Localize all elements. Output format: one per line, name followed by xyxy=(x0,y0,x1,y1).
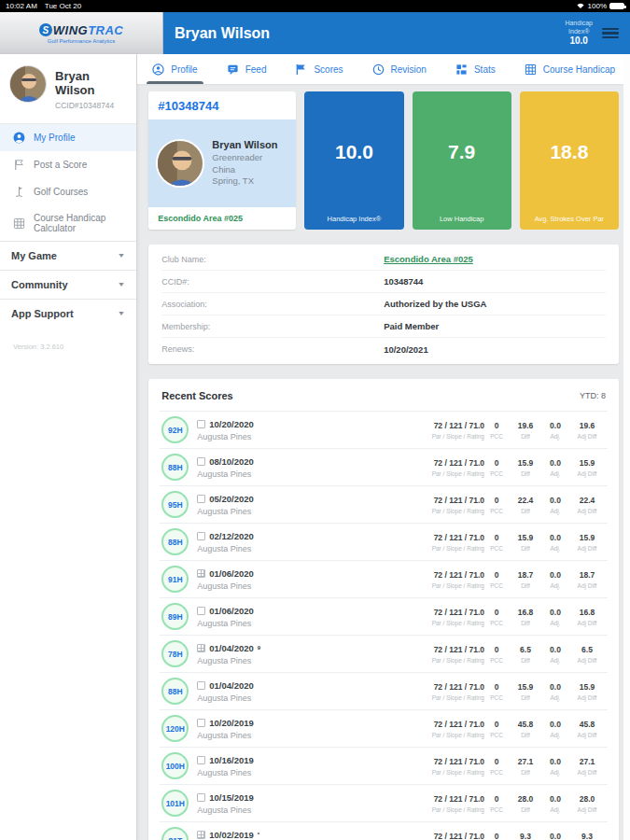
score-date: 01/06/2020 xyxy=(209,606,254,616)
score-checkbox-icon[interactable] xyxy=(197,793,205,802)
logo-tagline: Golf Performance Analytics xyxy=(48,38,115,44)
battery-percent: 100% xyxy=(588,2,607,10)
app-version: Version: 3.2.610 xyxy=(0,328,136,366)
score-stats: 72 / 121 / 71.0Par / Slope / Rating 0PCC… xyxy=(406,421,606,440)
menu-icon[interactable] xyxy=(602,28,619,39)
score-badge: 100H xyxy=(161,752,189,779)
chevron-down-icon: ▼ xyxy=(117,252,125,259)
tab-revision[interactable]: Revision xyxy=(371,54,428,84)
tab-stats[interactable]: Stats xyxy=(454,54,497,84)
flag-icon xyxy=(13,159,25,171)
score-stats: 72 / 121 / 71.0Par / Slope / Rating 0PCC… xyxy=(406,720,606,738)
status-date: Tue Oct 20 xyxy=(45,2,81,10)
status-bar: 10:02 AM Tue Oct 20 100% xyxy=(0,0,630,12)
score-course: Augusta Pines xyxy=(197,768,254,777)
chevron-down-icon: ▼ xyxy=(117,281,125,288)
score-stats: 72 / 121 / 71.0Par / Slope / Rating 0PCC… xyxy=(406,645,606,664)
score-row[interactable]: 88H 08/10/2020 Augusta Pines 72 / 121 / … xyxy=(160,449,608,486)
avg-strokes-card: 18.8 Avg. Strokes Over Par xyxy=(520,91,619,230)
score-grid-icon[interactable] xyxy=(197,831,205,839)
header-handicap-index: Handicap Index® 10.0 xyxy=(565,20,593,47)
tab-feed[interactable]: Feed xyxy=(225,54,269,84)
low-handicap-card: 7.9 Low Handicap xyxy=(413,91,511,230)
swingtrac-logo-icon: S xyxy=(39,23,52,36)
sidebar-item-course-handicap-calculator[interactable]: Course Handicap Calculator xyxy=(0,205,136,241)
score-checkbox-icon[interactable] xyxy=(197,495,205,503)
profile-icon xyxy=(152,63,164,76)
detail-row-association: Association: Authorized by the USGA xyxy=(161,293,606,315)
score-grid-icon[interactable] xyxy=(197,569,205,578)
header-bar: Bryan Wilson Handicap Index® 10.0 xyxy=(163,12,630,54)
chat-icon xyxy=(227,63,239,76)
club-details-card: Club Name: Escondido Area #025 CCID#: 10… xyxy=(148,245,619,364)
grid-icon xyxy=(525,63,537,76)
handicap-index-card: 10.0 Handicap Index® xyxy=(304,91,403,230)
score-badge: 101H xyxy=(161,790,189,817)
profile-card: #10348744 xyxy=(148,91,296,230)
score-row[interactable]: 91H 01/06/2020 Augusta Pines 72 / 121 / … xyxy=(160,561,608,598)
score-row[interactable]: 81T 10/02/2019* Augusta Pines 72 / 121 /… xyxy=(160,822,608,840)
score-date: 01/06/2020 xyxy=(209,568,254,579)
score-badge: 91H xyxy=(161,566,189,593)
golf-pin-icon xyxy=(13,186,25,198)
score-grid-icon[interactable] xyxy=(197,644,205,652)
club-link[interactable]: Escondido Area #025 xyxy=(384,254,473,264)
avatar xyxy=(9,65,47,103)
sidebar-item-label: Golf Courses xyxy=(34,187,88,197)
detail-row-ccid: CCID#: 10348744 xyxy=(161,271,606,293)
score-checkbox-icon[interactable] xyxy=(197,420,205,428)
wifi-icon xyxy=(576,2,585,11)
score-badge: 95H xyxy=(161,491,189,518)
sidebar-item-golf-courses[interactable]: Golf Courses xyxy=(0,178,136,205)
sidebar-item-post-a-score[interactable]: Post a Score xyxy=(0,151,136,178)
detail-row-club-name: Club Name: Escondido Area #025 xyxy=(161,248,606,271)
score-checkbox-icon[interactable] xyxy=(197,756,205,764)
score-stats: 72 / 121 / 71.0Par / Slope / Rating 0PCC… xyxy=(406,794,606,813)
score-date: 08/10/2020 xyxy=(209,456,254,467)
score-checkbox-icon[interactable] xyxy=(197,457,205,466)
score-row[interactable]: 89H 01/06/2020 Augusta Pines 72 / 121 / … xyxy=(160,598,608,636)
score-row[interactable]: 92H 10/20/2020 Augusta Pines 72 / 121 / … xyxy=(160,412,608,449)
score-badge: 89H xyxy=(161,603,189,630)
score-checkbox-icon[interactable] xyxy=(197,681,205,690)
sidebar-user-name: Bryan Wilson xyxy=(55,69,127,97)
score-date: 10/16/2019 xyxy=(209,755,254,765)
tab-course-handicap[interactable]: Course Handicap xyxy=(523,54,617,84)
app-screen: 10:02 AM Tue Oct 20 100% S WING TRAC Gol… xyxy=(0,0,630,840)
score-row[interactable]: 100H 10/16/2019 Augusta Pines 72 / 121 /… xyxy=(160,748,608,785)
score-date: 10/15/2019 xyxy=(209,792,254,803)
detail-row-renews: Renews: 10/20/2021 xyxy=(161,338,606,360)
tab-profile[interactable]: Profile xyxy=(150,54,199,84)
score-date: 10/02/2019 xyxy=(209,830,254,840)
score-stats: 72 / 121 / 71.0Par / Slope / Rating 0PCC… xyxy=(406,608,606,626)
score-row[interactable]: 101H 10/15/2019 Augusta Pines 72 / 121 /… xyxy=(160,785,608,822)
main-content: Profile Feed Scores xyxy=(137,54,630,840)
sidebar-item-my-profile[interactable]: My Profile xyxy=(0,124,136,151)
score-row[interactable]: 88H 02/12/2020 Augusta Pines 72 / 121 / … xyxy=(160,524,608,561)
sidebar-section-community[interactable]: Community ▼ xyxy=(0,270,136,299)
tab-scores[interactable]: Scores xyxy=(293,54,344,84)
score-checkbox-icon[interactable] xyxy=(197,607,205,615)
score-row[interactable]: 95H 05/20/2020 Augusta Pines 72 / 121 / … xyxy=(160,486,608,524)
score-stats: 72 / 121 / 71.0Par / Slope / Rating 0PCC… xyxy=(406,458,606,477)
sidebar-section-app-support[interactable]: App Support ▼ xyxy=(0,299,136,328)
score-badge: 88H xyxy=(161,454,189,481)
score-list: 92H 10/20/2020 Augusta Pines 72 / 121 / … xyxy=(160,411,608,840)
scrollbar-track[interactable] xyxy=(623,54,630,840)
recent-scores-title: Recent Scores xyxy=(161,390,232,401)
sidebar-user[interactable]: Bryan Wilson CCID#10348744 xyxy=(0,54,136,123)
score-row[interactable]: 120H 10/20/2019 Augusta Pines 72 / 121 /… xyxy=(160,710,608,748)
app-logo: S WING TRAC Golf Performance Analytics xyxy=(0,12,163,54)
sidebar-section-my-game[interactable]: My Game ▼ xyxy=(0,241,136,270)
score-course: Augusta Pines xyxy=(197,731,254,740)
battery-icon xyxy=(609,3,624,9)
score-course: Augusta Pines xyxy=(197,581,254,591)
sidebar-item-label: My Profile xyxy=(34,133,75,143)
profile-club-link[interactable]: Escondido Area #025 xyxy=(148,207,296,230)
score-row[interactable]: 88H 01/04/2020 Augusta Pines 72 / 121 / … xyxy=(160,673,608,710)
score-checkbox-icon[interactable] xyxy=(197,532,205,540)
detail-row-membership: Membership: Paid Member xyxy=(161,315,606,338)
score-course: Augusta Pines xyxy=(197,619,254,628)
score-checkbox-icon[interactable] xyxy=(197,719,205,727)
score-row[interactable]: 78H 01/04/20209 Augusta Pines 72 / 121 /… xyxy=(160,636,608,673)
